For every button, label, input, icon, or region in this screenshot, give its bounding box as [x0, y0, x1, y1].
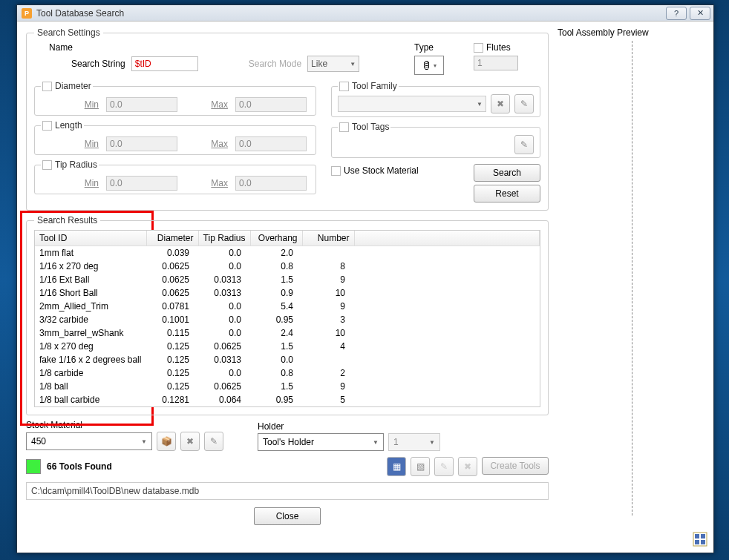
- holder-select[interactable]: Tool's Holder ▼: [258, 433, 384, 451]
- table-row[interactable]: 1/16 Ext Ball0.06250.03131.59: [35, 273, 540, 286]
- window-title: Tool Database Search: [36, 8, 124, 19]
- cell-number: 10: [302, 326, 354, 340]
- search-mode-value: Like: [311, 59, 327, 69]
- tool-family-checkbox[interactable]: [339, 82, 349, 91]
- box-icon: 📦: [161, 436, 172, 447]
- col-diameter[interactable]: Diameter: [146, 231, 198, 246]
- stock-edit-button[interactable]: ✎: [204, 432, 223, 451]
- pencil-icon: ✎: [440, 461, 448, 472]
- max-label: Max: [207, 178, 228, 188]
- search-results-group: Search Results Tool ID Diameter Tip Radi…: [26, 215, 549, 415]
- max-label: Max: [207, 139, 228, 149]
- cell-overhang: 5.4: [250, 300, 302, 313]
- tool-tags-label: Tool Tags: [352, 122, 389, 132]
- search-string-input[interactable]: [131, 56, 198, 71]
- diameter-max-input: [235, 97, 307, 112]
- svg-rect-2: [701, 534, 705, 538]
- cell-overhang: 0.95: [250, 313, 302, 326]
- create-tools-button[interactable]: Create Tools: [482, 457, 549, 475]
- results-table: Tool ID Diameter Tip Radius Overhang Num…: [35, 231, 540, 406]
- selection-mode-2-button[interactable]: ▧: [411, 457, 430, 476]
- dialog-window: P Tool Database Search ? ✕ Search Settin…: [16, 4, 714, 553]
- tip-radius-group: Tip Radius Min Max: [34, 159, 316, 194]
- cell-number: 3: [302, 313, 354, 326]
- stock-material-value: 450: [31, 436, 46, 447]
- table-row[interactable]: 1/16 Short Ball0.06250.03130.910: [35, 286, 540, 300]
- help-button[interactable]: ?: [666, 7, 687, 20]
- length-min-input: [106, 136, 177, 151]
- table-row[interactable]: 2mm_Allied_Trim0.07810.05.49: [35, 300, 540, 313]
- search-results-legend: Search Results: [34, 215, 100, 225]
- cursor-icon: ▧: [416, 461, 425, 472]
- diameter-checkbox[interactable]: [42, 82, 52, 91]
- cell-diameter: 0.1281: [146, 393, 198, 406]
- cell-overhang: 0.0: [250, 353, 302, 366]
- tool-family-group: Tool Family ▼ ✖ ✎: [331, 81, 540, 117]
- cell-overhang: 1.5: [250, 273, 302, 286]
- min-label: Min: [78, 139, 99, 149]
- table-row[interactable]: 3/32 carbide0.10010.00.953: [35, 313, 540, 326]
- table-row[interactable]: 1/8 ball0.1250.06251.59: [35, 380, 540, 393]
- close-window-button[interactable]: ✕: [690, 7, 710, 20]
- cell-tool-id: 1/8 ball carbide: [35, 393, 146, 406]
- stock-material-label: Stock Material: [26, 420, 249, 430]
- search-string-label: Search String: [71, 59, 125, 69]
- type-select[interactable]: 🛢 ▾: [414, 56, 444, 75]
- cell-overhang: 0.8: [250, 366, 302, 380]
- table-row[interactable]: fake 1/16 x 2 degrees ball0.1250.03130.0: [35, 353, 540, 366]
- stock-material-select[interactable]: 450 ▼: [26, 432, 152, 450]
- pencil-icon: ✎: [520, 99, 528, 109]
- tool-family-edit-button[interactable]: ✎: [514, 94, 534, 113]
- col-number[interactable]: Number: [302, 231, 354, 246]
- table-row[interactable]: 1/16 x 270 deg0.06250.00.88: [35, 260, 540, 273]
- table-row[interactable]: 1/8 x 270 deg0.1250.06251.54: [35, 340, 540, 353]
- cell-tip-radius: 0.0313: [198, 286, 250, 300]
- table-row[interactable]: 1/8 ball carbide0.12810.0640.955: [35, 393, 540, 406]
- search-settings-group: Search Settings Name Search String Searc…: [26, 27, 549, 211]
- length-max-input: [235, 136, 307, 151]
- stock-box-button[interactable]: 📦: [157, 432, 176, 451]
- search-mode-label: Search Mode: [249, 59, 301, 69]
- cell-tip-radius: 0.0: [198, 313, 250, 326]
- flutes-input: [474, 56, 518, 70]
- cell-tool-id: 1/8 x 270 deg: [35, 340, 146, 353]
- cell-diameter: 0.125: [146, 366, 198, 380]
- reset-button[interactable]: Reset: [474, 185, 540, 202]
- cell-number: [302, 246, 354, 260]
- tool-tags-checkbox[interactable]: [339, 122, 349, 132]
- length-checkbox[interactable]: [42, 121, 52, 131]
- cell-tool-id: fake 1/16 x 2 degrees ball: [35, 353, 146, 366]
- cell-number: [302, 353, 354, 366]
- svg-rect-4: [701, 540, 705, 544]
- cell-tool-id: 1/16 x 270 deg: [35, 260, 146, 273]
- cell-tool-id: 1/8 carbide: [35, 366, 146, 380]
- selection-mode-1-button[interactable]: ▦: [387, 457, 406, 476]
- results-table-scroll[interactable]: Tool ID Diameter Tip Radius Overhang Num…: [34, 230, 540, 407]
- tool-tags-group: Tool Tags ✎: [331, 122, 540, 158]
- close-button[interactable]: Close: [254, 507, 321, 525]
- cell-number: 4: [302, 340, 354, 353]
- tool-tags-edit-button[interactable]: ✎: [514, 135, 534, 154]
- delete-disabled-button: ✖: [458, 457, 477, 476]
- database-path: C:\dcam\pmill4\ToolDB\new database.mdb: [26, 482, 549, 500]
- tool-family-select[interactable]: ▼: [338, 96, 486, 112]
- col-tool-id[interactable]: Tool ID: [35, 231, 146, 246]
- corner-overview-icon[interactable]: [693, 532, 707, 547]
- tools-found-label: 66 Tools Found: [47, 461, 112, 472]
- cell-tip-radius: 0.0: [198, 246, 250, 260]
- use-stock-checkbox[interactable]: [331, 166, 341, 176]
- stock-delete-button[interactable]: ✖: [180, 432, 200, 451]
- pencil-icon: ✎: [520, 139, 528, 150]
- col-overhang[interactable]: Overhang: [250, 231, 302, 246]
- search-mode-select[interactable]: Like ▼: [307, 56, 359, 72]
- table-row[interactable]: 3mm_barrel_wShank0.1150.02.410: [35, 326, 540, 340]
- cell-tip-radius: 0.0: [198, 300, 250, 313]
- tool-family-delete-button[interactable]: ✖: [491, 94, 510, 113]
- preview-label: Tool Assembly Preview: [558, 27, 705, 38]
- table-row[interactable]: 1mm flat0.0390.02.0: [35, 246, 540, 260]
- table-row[interactable]: 1/8 carbide0.1250.00.82: [35, 366, 540, 380]
- max-label: Max: [207, 99, 228, 110]
- col-tip-radius[interactable]: Tip Radius: [198, 231, 250, 246]
- search-button[interactable]: Search: [474, 164, 540, 182]
- flutes-checkbox[interactable]: [474, 43, 483, 53]
